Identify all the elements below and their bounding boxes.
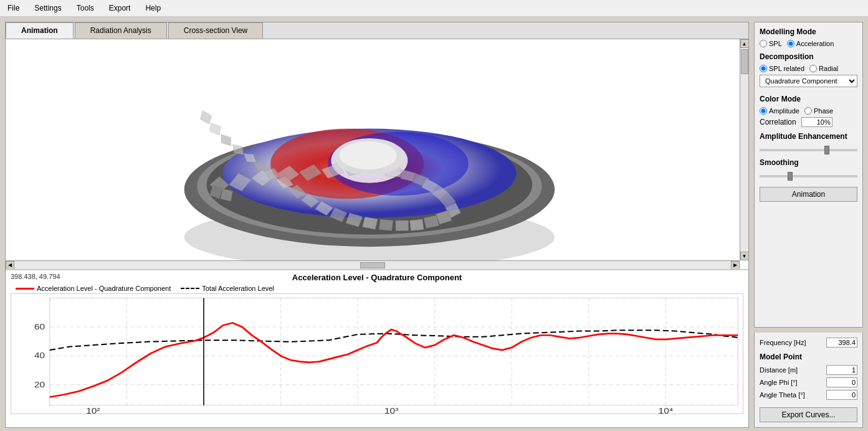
chart-area: 398.438, 49.794 Acceleration Level - Qua… bbox=[6, 270, 748, 427]
tab-bar: Animation Radiation Analysis Cross-secti… bbox=[6, 22, 748, 39]
animation-button[interactable]: Animation bbox=[760, 187, 857, 202]
decomposition-group: SPL related Radial bbox=[760, 65, 857, 72]
legend-black-label: Total Acceleration Level bbox=[202, 285, 274, 292]
amplitude-slider[interactable] bbox=[760, 149, 857, 151]
left-panel: Animation Radiation Analysis Cross-secti… bbox=[5, 22, 749, 428]
radio-spl-input[interactable] bbox=[760, 40, 767, 47]
model-point-title: Model Point bbox=[760, 353, 857, 361]
distance-label: Distance [m] bbox=[760, 366, 826, 374]
radio-spl-related[interactable]: SPL related bbox=[760, 65, 804, 72]
scroll-down-btn[interactable]: ▼ bbox=[740, 252, 749, 260]
menu-file[interactable]: File bbox=[5, 2, 22, 14]
radio-spl-label: SPL bbox=[769, 40, 782, 47]
tab-cross-section-view[interactable]: Cross-section View bbox=[168, 22, 263, 39]
visualization-area: ▲ ▼ ◀ ▶ bbox=[6, 39, 748, 270]
right-controls-panel: Modelling Mode SPL Acceleration Decompos… bbox=[754, 22, 863, 328]
angle-theta-row: Angle Theta [°] bbox=[760, 390, 857, 400]
correlation-input[interactable] bbox=[801, 117, 832, 127]
chart-svg-container: 60 40 20 10² 10³ 10⁴ Frequency [Hz] bbox=[6, 293, 748, 419]
smoothing-slider[interactable] bbox=[760, 175, 857, 178]
chart-title: Acceleration Level - Quadrature Componen… bbox=[6, 270, 748, 283]
frequency-row: Frequency [Hz] bbox=[760, 338, 857, 348]
svg-point-9 bbox=[340, 141, 397, 169]
angle-phi-label: Angle Phi [°] bbox=[760, 379, 826, 386]
svg-text:10³: 10³ bbox=[384, 406, 399, 414]
correlation-label: Correlation bbox=[760, 118, 796, 126]
model-point-panel: Frequency [Hz] Model Point Distance [m] … bbox=[754, 333, 863, 428]
radio-acceleration-input[interactable] bbox=[787, 40, 794, 47]
angle-phi-row: Angle Phi [°] bbox=[760, 377, 857, 387]
radio-acceleration-label: Acceleration bbox=[796, 40, 834, 47]
scroll-track-v[interactable] bbox=[740, 48, 749, 252]
scroll-thumb-h[interactable] bbox=[360, 262, 385, 268]
angle-theta-label: Angle Theta [°] bbox=[760, 391, 826, 399]
legend-red: Acceleration Level - Quadrature Componen… bbox=[16, 285, 171, 292]
radio-phase-label: Phase bbox=[814, 107, 833, 115]
scroll-up-btn[interactable]: ▲ bbox=[740, 39, 749, 48]
legend-black: Total Acceleration Level bbox=[181, 285, 274, 292]
color-mode-group: Amplitude Phase bbox=[760, 107, 857, 115]
svg-text:10⁴: 10⁴ bbox=[659, 406, 674, 414]
menu-settings[interactable]: Settings bbox=[32, 2, 64, 14]
radio-radial-input[interactable] bbox=[809, 65, 817, 72]
modelling-mode-group: SPL Acceleration bbox=[760, 40, 857, 47]
radio-phase[interactable]: Phase bbox=[804, 107, 833, 115]
legend-black-line bbox=[181, 288, 199, 289]
chart-svg: 60 40 20 10² 10³ 10⁴ Frequency [Hz] bbox=[11, 293, 743, 414]
viz-scrollbar-horizontal[interactable]: ◀ ▶ bbox=[6, 260, 740, 269]
correlation-row: Correlation bbox=[760, 117, 857, 127]
radio-radial[interactable]: Radial bbox=[809, 65, 838, 72]
radio-amplitude[interactable]: Amplitude bbox=[760, 107, 799, 115]
menu-export[interactable]: Export bbox=[107, 2, 133, 14]
tab-animation[interactable]: Animation bbox=[6, 22, 74, 39]
svg-text:60: 60 bbox=[34, 322, 45, 331]
svg-text:10²: 10² bbox=[86, 406, 100, 414]
radio-radial-label: Radial bbox=[819, 65, 838, 72]
legend-red-label: Acceleration Level - Quadrature Componen… bbox=[37, 285, 171, 292]
speaker-visualization bbox=[6, 39, 740, 269]
legend-red-line bbox=[16, 288, 34, 290]
radio-spl-related-label: SPL related bbox=[769, 65, 804, 72]
right-panel: Modelling Mode SPL Acceleration Decompos… bbox=[754, 22, 863, 428]
radio-acceleration[interactable]: Acceleration bbox=[787, 40, 834, 47]
tab-radiation-analysis[interactable]: Radiation Analysis bbox=[75, 22, 167, 39]
scroll-right-btn[interactable]: ▶ bbox=[731, 261, 740, 270]
radio-amplitude-input[interactable] bbox=[760, 107, 767, 115]
frequency-label: Frequency [Hz] bbox=[760, 339, 826, 346]
viz-scrollbar-vertical[interactable]: ▲ ▼ bbox=[740, 39, 748, 260]
main-container: Animation Radiation Analysis Cross-secti… bbox=[0, 17, 868, 431]
modelling-mode-title: Modelling Mode bbox=[760, 27, 857, 36]
distance-row: Distance [m] bbox=[760, 365, 857, 375]
scroll-left-btn[interactable]: ◀ bbox=[6, 261, 14, 270]
smoothing-slider-container bbox=[760, 171, 857, 179]
smoothing-title: Smoothing bbox=[760, 158, 857, 167]
menu-tools[interactable]: Tools bbox=[74, 2, 97, 14]
distance-input[interactable] bbox=[826, 365, 857, 375]
amplitude-slider-container bbox=[760, 144, 857, 153]
menubar: File Settings Tools Export Help bbox=[0, 0, 868, 17]
scroll-track-h[interactable] bbox=[14, 261, 731, 270]
decomposition-title: Decomposition bbox=[760, 52, 857, 61]
scroll-thumb-v[interactable] bbox=[741, 49, 748, 74]
decomposition-dropdown[interactable]: Quadrature Component In-Phase Component … bbox=[760, 75, 857, 87]
radio-amplitude-label: Amplitude bbox=[769, 107, 799, 115]
color-mode-title: Color Mode bbox=[760, 95, 857, 103]
angle-theta-input[interactable] bbox=[826, 390, 857, 400]
menu-help[interactable]: Help bbox=[143, 2, 163, 14]
angle-phi-input[interactable] bbox=[826, 377, 857, 387]
svg-text:40: 40 bbox=[34, 351, 45, 360]
radio-spl[interactable]: SPL bbox=[760, 40, 782, 47]
frequency-input[interactable] bbox=[826, 338, 857, 348]
radio-phase-input[interactable] bbox=[804, 107, 812, 115]
export-curves-button[interactable]: Export Curves... bbox=[760, 407, 857, 422]
chart-legend: Acceleration Level - Quadrature Componen… bbox=[6, 283, 748, 293]
amplitude-enhancement-title: Amplitude Enhancement bbox=[760, 132, 857, 141]
radio-spl-related-input[interactable] bbox=[760, 65, 767, 72]
chart-coordinates: 398.438, 49.794 bbox=[11, 273, 60, 280]
svg-text:20: 20 bbox=[34, 380, 45, 389]
